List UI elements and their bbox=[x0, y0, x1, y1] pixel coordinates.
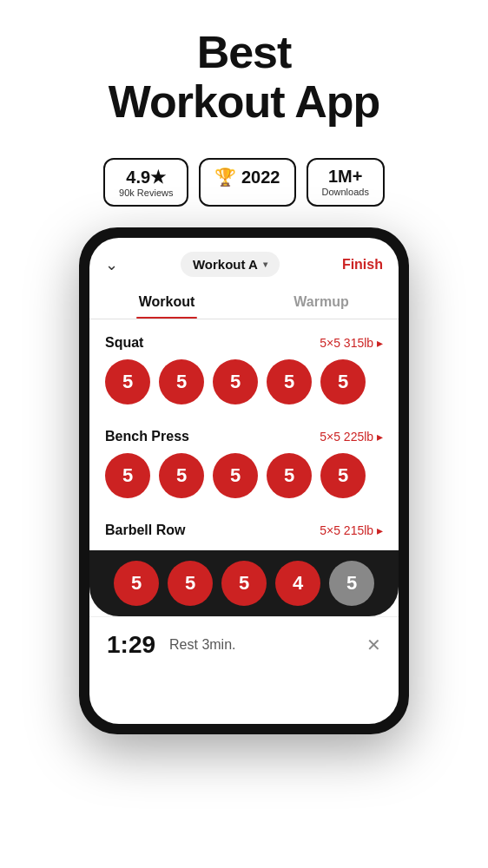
tab-warmup[interactable]: Warmup bbox=[244, 286, 399, 319]
bench-set-3[interactable]: 5 bbox=[213, 453, 258, 498]
finish-button[interactable]: Finish bbox=[342, 257, 383, 273]
bottom-sets-bar: 5 5 5 4 5 bbox=[89, 550, 399, 616]
chevron-down-icon: ▾ bbox=[263, 260, 267, 269]
app-header: ⌄ Workout A ▾ Finish bbox=[89, 238, 399, 286]
badges-row: 4.9★ 90k Reviews 🏆 2022 1M+ Downloads bbox=[103, 158, 385, 207]
barbell-set-1[interactable]: 5 bbox=[114, 561, 159, 606]
tab-bar: Workout Warmup bbox=[89, 286, 399, 319]
squat-sets-row: 5 5 5 5 5 bbox=[105, 359, 383, 404]
squat-set-5[interactable]: 5 bbox=[320, 359, 366, 404]
page-header: Best Workout App bbox=[0, 0, 488, 144]
exercise-barbell-row: Barbell Row 5×5 215lb ▸ bbox=[89, 510, 399, 550]
workout-selector[interactable]: Workout A ▾ bbox=[181, 252, 280, 277]
barbell-set-2[interactable]: 5 bbox=[168, 561, 213, 606]
barbell-set-4[interactable]: 4 bbox=[275, 561, 320, 606]
downloads-badge: 1M+ Downloads bbox=[307, 158, 385, 207]
back-chevron-icon[interactable]: ⌄ bbox=[105, 255, 118, 274]
squat-set-4[interactable]: 5 bbox=[267, 359, 312, 404]
bench-set-1[interactable]: 5 bbox=[105, 453, 150, 498]
phone-screen: ⌄ Workout A ▾ Finish Workout Warmup bbox=[89, 238, 399, 724]
exercise-squat: Squat 5×5 315lb ▸ 5 5 5 5 5 bbox=[89, 323, 399, 417]
bench-set-5[interactable]: 5 bbox=[320, 453, 366, 498]
rest-close-button[interactable]: ✕ bbox=[366, 635, 381, 655]
exercise-bench-press: Bench Press 5×5 225lb ▸ 5 5 5 5 5 bbox=[89, 417, 399, 510]
squat-set-2[interactable]: 5 bbox=[159, 359, 204, 404]
rating-badge: 4.9★ 90k Reviews bbox=[103, 158, 188, 207]
award-badge: 🏆 2022 bbox=[199, 158, 295, 207]
bench-sets-row: 5 5 5 5 5 bbox=[105, 453, 383, 498]
bench-set-2[interactable]: 5 bbox=[159, 453, 204, 498]
bench-set-4[interactable]: 5 bbox=[267, 453, 312, 498]
barbell-set-3[interactable]: 5 bbox=[221, 561, 267, 606]
rest-timer: 1:29 Rest 3min. ✕ bbox=[89, 616, 399, 673]
phone-mockup: ⌄ Workout A ▾ Finish Workout Warmup bbox=[70, 227, 418, 734]
tab-workout[interactable]: Workout bbox=[89, 286, 244, 319]
phone-frame: ⌄ Workout A ▾ Finish Workout Warmup bbox=[79, 227, 409, 734]
squat-set-3[interactable]: 5 bbox=[213, 359, 258, 404]
main-title: Best Workout App bbox=[17, 28, 471, 127]
barbell-set-5[interactable]: 5 bbox=[329, 561, 374, 606]
squat-set-1[interactable]: 5 bbox=[105, 359, 150, 404]
